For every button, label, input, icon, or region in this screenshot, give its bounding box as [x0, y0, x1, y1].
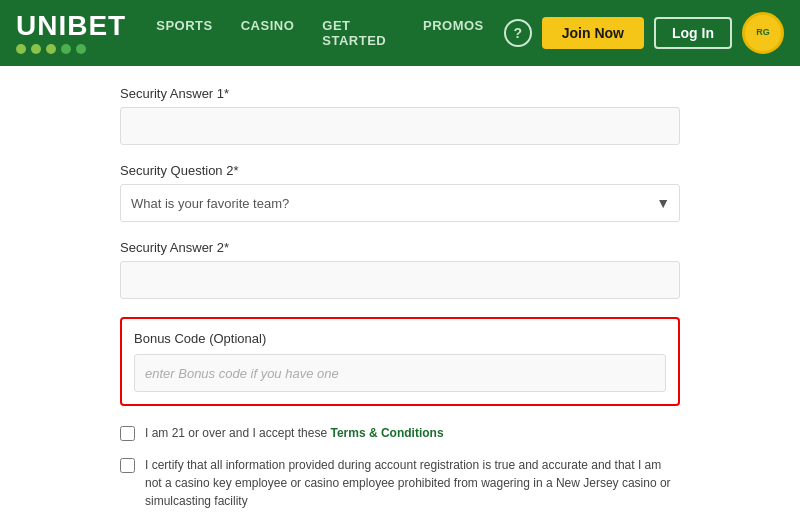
terms-conditions-link[interactable]: Terms & Conditions	[330, 426, 443, 440]
security-answer1-input[interactable]	[120, 107, 680, 145]
security-question2-label: Security Question 2*	[120, 163, 680, 178]
security-answer1-group: Security Answer 1*	[120, 86, 680, 145]
bonus-code-box: Bonus Code (Optional)	[120, 317, 680, 406]
security-answer2-input[interactable]	[120, 261, 680, 299]
logo-area: UNIBET	[16, 12, 126, 54]
nav-links: SPORTS CASINO GET STARTED PROMOS	[156, 18, 484, 48]
rg-badge: RG	[742, 12, 784, 54]
rg-label: RG	[756, 28, 770, 38]
certify-label: I certify that all information provided …	[145, 456, 680, 510]
logo-dot-1	[16, 44, 26, 54]
help-button[interactable]: ?	[504, 19, 532, 47]
logo-dot-3	[46, 44, 56, 54]
security-answer2-label: Security Answer 2*	[120, 240, 680, 255]
nav-get-started[interactable]: GET STARTED	[322, 18, 395, 48]
nav-sports[interactable]: SPORTS	[156, 18, 212, 48]
logo-dot-5	[76, 44, 86, 54]
certify-group: I certify that all information provided …	[120, 456, 680, 510]
bonus-code-label: Bonus Code (Optional)	[134, 331, 666, 346]
logo-text: UNIBET	[16, 12, 126, 40]
logo-dot-4	[61, 44, 71, 54]
security-question2-select[interactable]: What is your favorite team? What is your…	[120, 184, 680, 222]
age-terms-label: I am 21 or over and I accept these Terms…	[145, 424, 444, 442]
nav-casino[interactable]: CASINO	[241, 18, 295, 48]
security-answer1-label: Security Answer 1*	[120, 86, 680, 101]
header-right: ? Join Now Log In RG	[504, 12, 784, 54]
logo-dot-2	[31, 44, 41, 54]
security-answer2-group: Security Answer 2*	[120, 240, 680, 299]
certify-checkbox[interactable]	[120, 458, 135, 473]
login-button[interactable]: Log In	[654, 17, 732, 49]
security-question2-group: Security Question 2* What is your favori…	[120, 163, 680, 222]
security-question2-wrapper: What is your favorite team? What is your…	[120, 184, 680, 222]
logo-dots	[16, 44, 86, 54]
age-terms-checkbox[interactable]	[120, 426, 135, 441]
age-terms-group: I am 21 or over and I accept these Terms…	[120, 424, 680, 442]
registration-form: Security Answer 1* Security Question 2* …	[0, 66, 800, 530]
bonus-code-input[interactable]	[134, 354, 666, 392]
join-now-button[interactable]: Join Now	[542, 17, 644, 49]
header: UNIBET SPORTS CASINO GET STARTED PROMOS …	[0, 0, 800, 66]
nav-promos[interactable]: PROMOS	[423, 18, 484, 48]
